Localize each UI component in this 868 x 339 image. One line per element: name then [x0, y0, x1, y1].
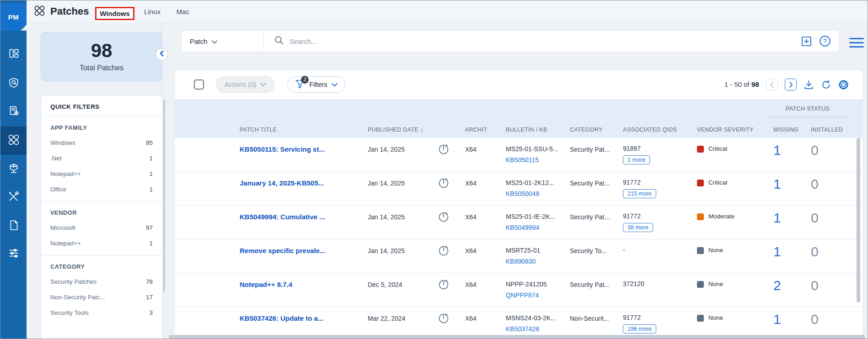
download-icon[interactable] — [804, 79, 814, 90]
column-header-associated-qids[interactable]: ASSOCIATED QIDS — [623, 127, 697, 133]
tools-icon — [8, 191, 20, 204]
missing-count[interactable]: 2 — [773, 273, 811, 307]
table-row[interactable]: Remove specific prevale... Jan 14, 2025 … — [175, 239, 863, 273]
prev-page-button[interactable] — [766, 79, 778, 90]
tab-mac[interactable]: Mac — [170, 0, 196, 22]
column-header-architecture[interactable]: ARCHIT — [465, 127, 506, 133]
qid-more-chip[interactable]: 1 more — [623, 155, 650, 164]
patch-title-link[interactable]: Notepad++ 8.7.4 — [240, 281, 292, 288]
published-date: Jan 14, 2025 — [368, 206, 438, 239]
sidebar-item-documents[interactable] — [0, 212, 27, 240]
search-scope-dropdown[interactable]: Patch — [182, 31, 264, 52]
table-row[interactable]: Notepad++ 8.7.4 Dec 5, 2024 X64 NPPP-241… — [175, 273, 863, 307]
next-page-button[interactable] — [785, 79, 797, 90]
qid-more-chip[interactable]: 196 more — [623, 324, 656, 334]
column-header-vendor-severity[interactable]: VENDOR SEVERITY — [697, 127, 773, 133]
kb-link[interactable]: KB5050048 — [506, 190, 570, 197]
sidebar-item-patches[interactable] — [0, 127, 27, 155]
sidebar-item-reports[interactable] — [0, 97, 27, 126]
filter-item-windows[interactable]: Windows95 — [50, 135, 153, 150]
timer-clock-icon — [438, 250, 450, 258]
qid-value: 91772 — [623, 212, 697, 220]
installed-count[interactable]: 0 — [811, 138, 863, 171]
help-icon[interactable]: ? — [819, 35, 831, 47]
missing-count[interactable]: 1 — [773, 307, 811, 339]
installed-count[interactable]: 0 — [811, 273, 863, 307]
column-header-bulletin-kb[interactable]: BULLETIN / KB — [506, 127, 570, 133]
missing-count[interactable]: 1 — [773, 206, 811, 239]
qid-more-chip[interactable]: 215 more — [623, 189, 656, 198]
table-vertical-scrollbar[interactable] — [857, 138, 860, 302]
add-widget-icon[interactable] — [801, 36, 812, 47]
patch-title-link[interactable]: KB5049994: Cumulative ... — [240, 213, 325, 221]
patch-title-link[interactable]: Remove specific prevale... — [240, 247, 326, 254]
actions-button[interactable]: Actions (0) — [216, 76, 275, 93]
sidebar-item-detection[interactable] — [0, 69, 27, 98]
tab-linux[interactable]: Linux — [138, 0, 167, 22]
column-header-published-date[interactable]: PUBLISHED DATE↓ — [368, 126, 438, 133]
refresh-icon[interactable] — [821, 79, 831, 90]
column-header-missing[interactable]: MISSING — [773, 127, 811, 133]
kb-link[interactable]: KB5050115 — [506, 156, 570, 164]
sidebar-item-configuration[interactable] — [0, 239, 27, 268]
qid-value: 91772 — [623, 314, 697, 321]
sidebar-item-dashboard[interactable] — [0, 40, 27, 69]
settings-gear-icon[interactable] — [838, 79, 849, 90]
filter-item-net[interactable]: .Net1 — [50, 150, 153, 166]
category: Security Pat... — [570, 206, 623, 239]
severity-label: Moderate — [708, 213, 734, 220]
top-bar: Patches Windows Linux Mac — [27, 0, 868, 22]
patch-title-link[interactable]: KB5050115: Servicing st... — [240, 145, 325, 153]
column-header-category[interactable]: CATEGORY — [570, 127, 623, 133]
patch-title-link[interactable]: January 14, 2025-KB505... — [240, 179, 324, 187]
sort-desc-icon: ↓ — [420, 126, 423, 133]
sliders-icon — [8, 247, 20, 260]
filter-item-microsoft[interactable]: Microsoft97 — [50, 220, 153, 235]
severity-color-square — [697, 281, 704, 288]
filters-button[interactable]: 2 Filters — [287, 76, 345, 93]
tab-windows[interactable]: Windows — [94, 4, 135, 22]
kb-link[interactable]: KB890830 — [506, 258, 570, 265]
installed-count[interactable]: 0 — [811, 307, 863, 339]
filter-item-office[interactable]: Office1 — [50, 181, 153, 197]
sidebar-item-assets[interactable] — [0, 155, 27, 184]
installed-count[interactable]: 0 — [811, 206, 863, 239]
table-row[interactable]: KB5050115: Servicing st... Jan 14, 2025 … — [175, 138, 863, 172]
search-scope-value: Patch — [190, 37, 207, 45]
left-panel-scrollbar[interactable] — [163, 100, 165, 292]
search-input[interactable] — [289, 37, 801, 45]
table-row[interactable]: KB5049994: Cumulative ... Jan 14, 2025 X… — [175, 206, 863, 239]
pm-logo[interactable]: PM — [0, 3, 27, 31]
severity-label: None — [708, 281, 723, 287]
installed-count[interactable]: 0 — [811, 239, 863, 273]
severity-label: None — [708, 314, 723, 321]
select-all-checkbox[interactable] — [194, 79, 204, 90]
patch-title-link[interactable]: KB5037426: Update to a... — [240, 314, 323, 322]
filter-item-notepad[interactable]: Notepad++1 — [50, 166, 153, 181]
table-row[interactable]: January 14, 2025-KB505... Jan 14, 2025 X… — [175, 172, 863, 206]
kb-link[interactable]: QNPPP874 — [506, 291, 570, 299]
qid-more-chip[interactable]: 38 more — [623, 223, 653, 232]
filter-funnel-icon: 2 — [295, 79, 305, 90]
filter-item-security-tools[interactable]: Security Tools3 — [50, 305, 153, 320]
filter-item-security-patches[interactable]: Security Patches78 — [50, 274, 153, 289]
collapse-panel-button[interactable] — [155, 48, 168, 61]
kb-link[interactable]: KB5049994 — [506, 224, 570, 231]
table-horizontal-scrollbar[interactable] — [169, 335, 865, 339]
shield-scan-icon — [8, 77, 20, 90]
installed-count[interactable]: 0 — [811, 172, 863, 205]
missing-count[interactable]: 1 — [773, 239, 811, 273]
filter-item-non-security[interactable]: Non-Security Patc...17 — [50, 289, 153, 305]
column-header-installed[interactable]: INSTALLED — [811, 127, 863, 133]
patches-title-icon — [33, 5, 46, 19]
chevron-down-icon — [212, 37, 217, 45]
menu-icon[interactable] — [849, 35, 864, 50]
missing-count[interactable]: 1 — [773, 172, 811, 205]
severity-color-square — [697, 315, 704, 322]
table-row[interactable]: KB5037426: Update to a... Mar 22, 2024 X… — [175, 307, 863, 339]
sidebar-item-tools[interactable] — [0, 183, 27, 212]
filter-item-notepad-vendor[interactable]: Notepad++1 — [50, 235, 153, 251]
kb-link[interactable]: KB5037426 — [506, 325, 570, 333]
missing-count[interactable]: 1 — [773, 138, 811, 171]
column-header-patch-title[interactable]: PATCH TITLE — [240, 127, 368, 133]
